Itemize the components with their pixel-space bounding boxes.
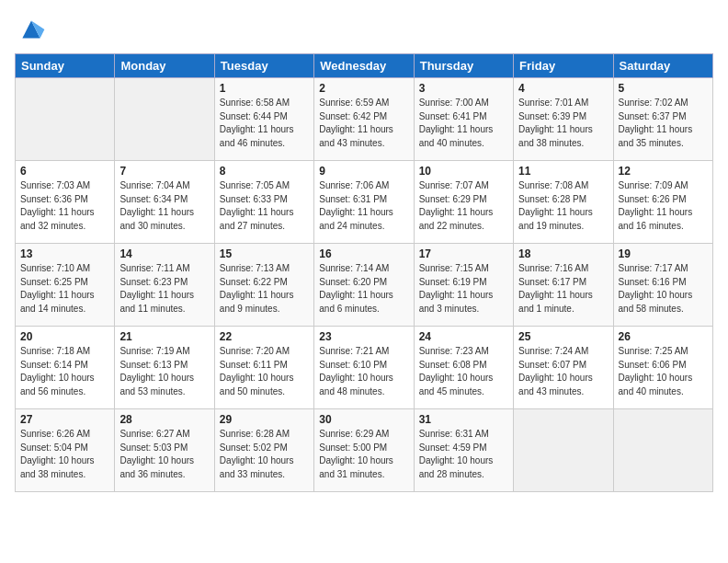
page: SundayMondayTuesdayWednesdayThursdayFrid… bbox=[0, 0, 728, 501]
day-info: Sunrise: 7:07 AM Sunset: 6:29 PM Dayligh… bbox=[419, 179, 508, 233]
day-info: Sunrise: 7:09 AM Sunset: 6:26 PM Dayligh… bbox=[619, 179, 708, 233]
day-info: Sunrise: 7:05 AM Sunset: 6:33 PM Dayligh… bbox=[220, 179, 309, 233]
day-number: 21 bbox=[119, 330, 209, 343]
day-cell: 9Sunrise: 7:06 AM Sunset: 6:31 PM Daylig… bbox=[314, 161, 414, 244]
day-number: 20 bbox=[20, 330, 109, 343]
col-header-sunday: Sunday bbox=[16, 54, 115, 78]
day-info: Sunrise: 7:11 AM Sunset: 6:23 PM Dayligh… bbox=[119, 262, 209, 316]
day-info: Sunrise: 7:00 AM Sunset: 6:41 PM Dayligh… bbox=[419, 97, 508, 150]
day-info: Sunrise: 7:10 AM Sunset: 6:25 PM Dayligh… bbox=[20, 262, 109, 316]
day-cell: 28Sunrise: 6:27 AM Sunset: 5:03 PM Dayli… bbox=[115, 409, 214, 492]
logo-icon bbox=[17, 15, 46, 44]
day-cell: 16Sunrise: 7:14 AM Sunset: 6:20 PM Dayli… bbox=[314, 244, 414, 327]
day-info: Sunrise: 7:20 AM Sunset: 6:11 PM Dayligh… bbox=[220, 345, 309, 398]
day-cell: 18Sunrise: 7:16 AM Sunset: 6:17 PM Dayli… bbox=[514, 244, 613, 327]
day-cell bbox=[514, 409, 613, 492]
day-number: 5 bbox=[619, 82, 708, 95]
day-cell bbox=[613, 409, 712, 492]
day-cell: 17Sunrise: 7:15 AM Sunset: 6:19 PM Dayli… bbox=[414, 244, 513, 327]
day-cell: 3Sunrise: 7:00 AM Sunset: 6:41 PM Daylig… bbox=[414, 78, 513, 161]
day-info: Sunrise: 7:03 AM Sunset: 6:36 PM Dayligh… bbox=[20, 179, 109, 233]
day-number: 11 bbox=[518, 165, 608, 178]
day-cell: 10Sunrise: 7:07 AM Sunset: 6:29 PM Dayli… bbox=[414, 161, 513, 244]
day-info: Sunrise: 7:18 AM Sunset: 6:14 PM Dayligh… bbox=[20, 345, 109, 398]
day-cell: 31Sunrise: 6:31 AM Sunset: 4:59 PM Dayli… bbox=[414, 409, 513, 492]
day-number: 27 bbox=[20, 413, 109, 426]
day-cell: 22Sunrise: 7:20 AM Sunset: 6:11 PM Dayli… bbox=[214, 327, 313, 409]
day-cell: 5Sunrise: 7:02 AM Sunset: 6:37 PM Daylig… bbox=[613, 78, 712, 161]
day-cell: 6Sunrise: 7:03 AM Sunset: 6:36 PM Daylig… bbox=[16, 161, 115, 244]
day-number: 10 bbox=[419, 165, 508, 178]
day-number: 3 bbox=[419, 82, 508, 95]
day-number: 18 bbox=[518, 247, 608, 260]
day-cell: 29Sunrise: 6:28 AM Sunset: 5:02 PM Dayli… bbox=[214, 409, 313, 492]
day-info: Sunrise: 7:13 AM Sunset: 6:22 PM Dayligh… bbox=[220, 262, 309, 316]
day-number: 30 bbox=[319, 413, 408, 426]
day-number: 13 bbox=[20, 247, 109, 260]
day-info: Sunrise: 7:15 AM Sunset: 6:19 PM Dayligh… bbox=[419, 262, 508, 316]
day-cell: 12Sunrise: 7:09 AM Sunset: 6:26 PM Dayli… bbox=[613, 161, 712, 244]
day-info: Sunrise: 6:26 AM Sunset: 5:04 PM Dayligh… bbox=[20, 428, 109, 481]
week-row-5: 27Sunrise: 6:26 AM Sunset: 5:04 PM Dayli… bbox=[16, 409, 713, 492]
week-row-4: 20Sunrise: 7:18 AM Sunset: 6:14 PM Dayli… bbox=[16, 327, 713, 409]
week-row-3: 13Sunrise: 7:10 AM Sunset: 6:25 PM Dayli… bbox=[16, 244, 713, 327]
day-info: Sunrise: 6:59 AM Sunset: 6:42 PM Dayligh… bbox=[319, 97, 408, 150]
day-info: Sunrise: 7:14 AM Sunset: 6:20 PM Dayligh… bbox=[319, 262, 408, 316]
day-info: Sunrise: 7:08 AM Sunset: 6:28 PM Dayligh… bbox=[518, 179, 608, 233]
day-number: 26 bbox=[619, 330, 708, 343]
day-cell: 8Sunrise: 7:05 AM Sunset: 6:33 PM Daylig… bbox=[214, 161, 313, 244]
day-info: Sunrise: 7:17 AM Sunset: 6:16 PM Dayligh… bbox=[619, 262, 708, 316]
day-cell: 27Sunrise: 6:26 AM Sunset: 5:04 PM Dayli… bbox=[16, 409, 115, 492]
col-header-saturday: Saturday bbox=[613, 54, 712, 78]
day-info: Sunrise: 7:25 AM Sunset: 6:06 PM Dayligh… bbox=[619, 345, 708, 398]
day-cell: 1Sunrise: 6:58 AM Sunset: 6:44 PM Daylig… bbox=[214, 78, 313, 161]
header bbox=[15, 15, 713, 44]
day-info: Sunrise: 7:04 AM Sunset: 6:34 PM Dayligh… bbox=[119, 179, 209, 233]
day-cell bbox=[115, 78, 214, 161]
day-info: Sunrise: 7:19 AM Sunset: 6:13 PM Dayligh… bbox=[119, 345, 209, 398]
day-info: Sunrise: 6:27 AM Sunset: 5:03 PM Dayligh… bbox=[119, 428, 209, 481]
day-number: 14 bbox=[119, 247, 209, 260]
day-number: 9 bbox=[319, 165, 408, 178]
day-cell bbox=[16, 78, 115, 161]
day-number: 29 bbox=[220, 413, 309, 426]
calendar-table: SundayMondayTuesdayWednesdayThursdayFrid… bbox=[15, 53, 713, 492]
week-row-1: 1Sunrise: 6:58 AM Sunset: 6:44 PM Daylig… bbox=[16, 78, 713, 161]
day-number: 17 bbox=[419, 247, 508, 260]
day-info: Sunrise: 7:24 AM Sunset: 6:07 PM Dayligh… bbox=[518, 345, 608, 398]
col-header-friday: Friday bbox=[514, 54, 613, 78]
day-number: 2 bbox=[319, 82, 408, 95]
day-info: Sunrise: 7:21 AM Sunset: 6:10 PM Dayligh… bbox=[319, 345, 408, 398]
day-number: 8 bbox=[220, 165, 309, 178]
day-cell: 25Sunrise: 7:24 AM Sunset: 6:07 PM Dayli… bbox=[514, 327, 613, 409]
day-number: 7 bbox=[119, 165, 209, 178]
col-header-wednesday: Wednesday bbox=[314, 54, 414, 78]
header-row: SundayMondayTuesdayWednesdayThursdayFrid… bbox=[16, 54, 713, 78]
col-header-monday: Monday bbox=[115, 54, 214, 78]
day-number: 31 bbox=[419, 413, 508, 426]
day-number: 1 bbox=[220, 82, 309, 95]
day-cell: 24Sunrise: 7:23 AM Sunset: 6:08 PM Dayli… bbox=[414, 327, 513, 409]
day-cell: 11Sunrise: 7:08 AM Sunset: 6:28 PM Dayli… bbox=[514, 161, 613, 244]
day-cell: 19Sunrise: 7:17 AM Sunset: 6:16 PM Dayli… bbox=[613, 244, 712, 327]
day-cell: 2Sunrise: 6:59 AM Sunset: 6:42 PM Daylig… bbox=[314, 78, 414, 161]
day-cell: 7Sunrise: 7:04 AM Sunset: 6:34 PM Daylig… bbox=[115, 161, 214, 244]
day-info: Sunrise: 6:28 AM Sunset: 5:02 PM Dayligh… bbox=[220, 428, 309, 481]
day-info: Sunrise: 6:29 AM Sunset: 5:00 PM Dayligh… bbox=[319, 428, 408, 481]
day-info: Sunrise: 7:06 AM Sunset: 6:31 PM Dayligh… bbox=[319, 179, 408, 233]
day-number: 19 bbox=[619, 247, 708, 260]
col-header-tuesday: Tuesday bbox=[214, 54, 313, 78]
day-number: 23 bbox=[319, 330, 408, 343]
day-cell: 15Sunrise: 7:13 AM Sunset: 6:22 PM Dayli… bbox=[214, 244, 313, 327]
day-cell: 21Sunrise: 7:19 AM Sunset: 6:13 PM Dayli… bbox=[115, 327, 214, 409]
day-number: 22 bbox=[220, 330, 309, 343]
day-cell: 14Sunrise: 7:11 AM Sunset: 6:23 PM Dayli… bbox=[115, 244, 214, 327]
day-number: 28 bbox=[119, 413, 209, 426]
day-number: 4 bbox=[518, 82, 608, 95]
day-info: Sunrise: 7:16 AM Sunset: 6:17 PM Dayligh… bbox=[518, 262, 608, 316]
day-number: 24 bbox=[419, 330, 508, 343]
day-cell: 23Sunrise: 7:21 AM Sunset: 6:10 PM Dayli… bbox=[314, 327, 414, 409]
day-number: 15 bbox=[220, 247, 309, 260]
day-info: Sunrise: 6:58 AM Sunset: 6:44 PM Dayligh… bbox=[220, 97, 309, 150]
logo bbox=[15, 15, 46, 44]
